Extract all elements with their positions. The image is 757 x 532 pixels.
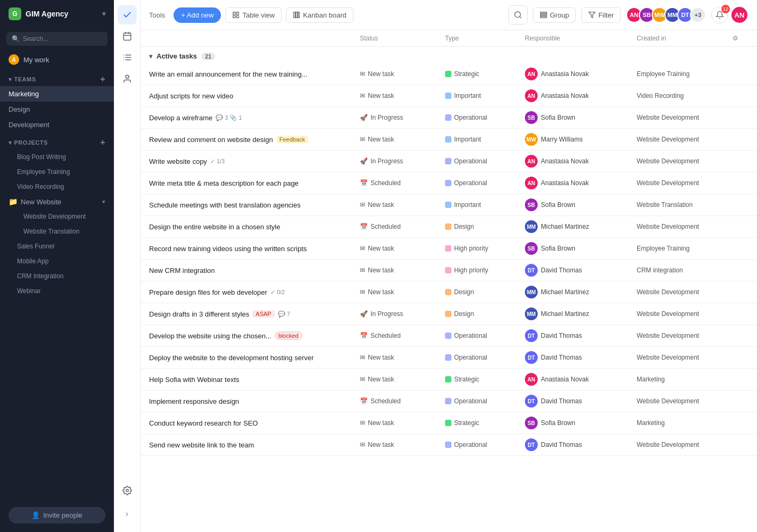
table-row[interactable]: Design the entire website in a chosen st… — [141, 216, 757, 238]
responsible: DT David Thomas — [525, 351, 637, 364]
status-badge: ✉ New task — [360, 288, 445, 296]
notification-button[interactable]: 12 — [711, 6, 728, 23]
type-badge: Operational — [445, 157, 525, 165]
app-dropdown-icon[interactable]: ▾ — [102, 10, 105, 18]
nav-icon-collapse[interactable]: › — [118, 504, 137, 523]
toolbar-right: Group Filter AN SB MW MM DT +3 12 AN — [508, 5, 748, 24]
nav-icon-calendar[interactable] — [118, 27, 137, 46]
responsible: AN Anastasia Novak — [525, 89, 637, 102]
table-row[interactable]: Design drafts in 3 different stylesASAP💬… — [141, 303, 757, 325]
sidebar-item-blog[interactable]: Blog Post Writing — [0, 149, 114, 164]
notification-badge: 12 — [721, 5, 730, 13]
search-bar[interactable]: 🔍 Search... — [6, 32, 108, 46]
table-row[interactable]: Prepare design files for web developer✓ … — [141, 281, 757, 303]
table-row[interactable]: Develop the website using the chosen...b… — [141, 325, 757, 347]
nav-icon-person[interactable] — [118, 69, 137, 88]
table-row[interactable]: Send new website link to the team ✉ New … — [141, 434, 757, 456]
created-in: Website Development — [637, 114, 733, 121]
table-row[interactable]: Deploy the website to the development ho… — [141, 347, 757, 369]
add-team-button[interactable]: + — [100, 74, 105, 84]
type-dot — [445, 93, 451, 99]
status-badge: ✉ New task — [360, 136, 445, 143]
svg-line-20 — [520, 16, 521, 18]
responsible-name: David Thomas — [541, 441, 582, 448]
filter-button[interactable]: Filter — [581, 7, 621, 23]
nav-icon-check[interactable] — [118, 5, 137, 24]
table-row[interactable]: Adjust scripts for new video ✉ New task … — [141, 85, 757, 107]
responsible: MW Marry Williams — [525, 133, 637, 146]
table-row[interactable]: Record new training videos using the wri… — [141, 238, 757, 260]
status-badge: ✉ New task — [360, 245, 445, 252]
status-label: New task — [368, 354, 394, 361]
kanban-board-button[interactable]: Kanban board — [286, 7, 353, 23]
invite-people-button[interactable]: 👤 Invite people — [9, 507, 105, 523]
status-badge: ✉ New task — [360, 267, 445, 274]
group-button[interactable]: Group — [533, 7, 576, 23]
status-icon: 📅 — [360, 223, 368, 230]
table-view-button[interactable]: Table view — [225, 7, 282, 23]
folder-collapse-icon[interactable]: ▾ — [102, 198, 105, 205]
avatar: MM — [525, 220, 538, 233]
responsible-name: David Thomas — [541, 354, 582, 361]
sidebar-item-development[interactable]: Development — [0, 117, 114, 132]
table-row[interactable]: Help Sofia with Webinar texts ✉ New task… — [141, 369, 757, 390]
sidebar-item-website-trans[interactable]: Website Translation — [0, 224, 114, 239]
type-badge: Design — [445, 223, 525, 230]
sidebar-item-website-dev[interactable]: Website Development — [0, 209, 114, 224]
table-row[interactable]: Review and comment on website designFeed… — [141, 129, 757, 151]
responsible: AN Anastasia Novak — [525, 68, 637, 80]
my-work-label: My work — [23, 56, 49, 64]
col-status: Status — [360, 35, 445, 42]
my-work-item[interactable]: A My work — [0, 50, 114, 69]
status-badge: 🚀 In Progress — [360, 310, 445, 318]
status-label: New task — [368, 136, 394, 143]
type-badge: High priority — [445, 245, 525, 252]
responsible: DT David Thomas — [525, 395, 637, 408]
nav-icon-gear[interactable] — [118, 481, 137, 500]
type-dot — [445, 223, 451, 230]
sidebar-item-marketing[interactable]: Marketing — [0, 86, 114, 102]
sidebar-item-mobile[interactable]: Mobile App — [0, 254, 114, 269]
website-dev-label: Website Development — [23, 213, 86, 220]
teams-collapse-icon[interactable]: ▾ — [9, 76, 12, 83]
sidebar-item-webinar[interactable]: Webinar — [0, 284, 114, 298]
task-name: New CRM integration — [149, 267, 360, 275]
section-collapse-icon[interactable]: ▾ — [149, 53, 152, 60]
sidebar-item-crm[interactable]: CRM Integration — [0, 269, 114, 284]
add-new-button[interactable]: + Add new — [174, 7, 221, 23]
table-row[interactable]: Develop a wireframe💬 3 📎 1 🚀 In Progress… — [141, 107, 757, 129]
col-settings[interactable]: ⚙ — [733, 35, 748, 42]
search-button[interactable] — [508, 5, 528, 24]
table-header: Status Type Responsible Created in ⚙ — [141, 30, 757, 47]
responsible: SB Sofia Brown — [525, 417, 637, 429]
table-row[interactable]: Schedule meetings with best translation … — [141, 194, 757, 216]
table-row[interactable]: Write website copy✓ 1/3 🚀 In Progress Op… — [141, 151, 757, 172]
table-row[interactable]: Implement responsive design 📅 Scheduled … — [141, 390, 757, 412]
type-label: Design — [454, 288, 474, 296]
status-label: Scheduled — [371, 397, 401, 405]
current-user-avatar[interactable]: AN — [730, 6, 748, 24]
table-row[interactable]: New CRM integration ✉ New task High prio… — [141, 260, 757, 281]
table-row[interactable]: Conduct keyword research for SEO ✉ New t… — [141, 412, 757, 434]
sidebar-item-new-website[interactable]: 📁 New Website ▾ — [0, 194, 114, 209]
type-dot — [445, 332, 451, 339]
sidebar-item-employee[interactable]: Employee Training — [0, 164, 114, 179]
table-row[interactable]: Write an email announcement for the new … — [141, 63, 757, 85]
table-row[interactable]: Write meta title & meta description for … — [141, 172, 757, 194]
type-label: Operational — [454, 354, 487, 361]
created-in: Employee Training — [637, 245, 733, 252]
responsible-name: Sofia Brown — [541, 201, 575, 209]
svg-rect-13 — [237, 12, 239, 14]
type-badge: Operational — [445, 441, 525, 448]
sidebar-item-video[interactable]: Video Recording — [0, 179, 114, 194]
sidebar-item-design[interactable]: Design — [0, 102, 114, 117]
status-label: Scheduled — [371, 332, 401, 339]
status-label: New task — [368, 441, 394, 448]
avatar: SB — [525, 417, 538, 429]
projects-collapse-icon[interactable]: ▾ — [9, 139, 12, 146]
nav-icon-list[interactable] — [118, 48, 137, 67]
sidebar-item-sales[interactable]: Sales Funnel — [0, 239, 114, 254]
add-project-button[interactable]: + — [100, 138, 105, 147]
employee-label: Employee Training — [17, 168, 70, 176]
status-label: New task — [368, 201, 394, 209]
